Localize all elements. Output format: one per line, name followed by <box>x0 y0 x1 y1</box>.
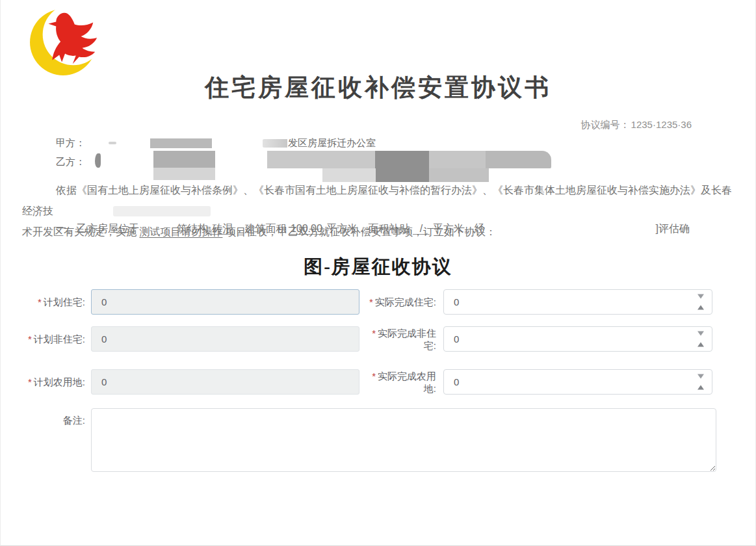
field-label: *实际完成非住宅: <box>362 327 436 352</box>
spinner-down-icon <box>697 331 704 345</box>
field-label: *计划农用地: <box>20 376 85 388</box>
paragraph-line-2: 术开发区有关规定，实施 测试项目请勿操作 项目征收，甲乙双方就征收补偿安置事项，… <box>22 222 735 242</box>
remarks-label: 备注: <box>20 408 85 472</box>
required-marker: * <box>38 296 42 307</box>
page-title: 住宅房屋征收补偿安置协议书 <box>1 72 755 104</box>
actual-non-residential-input[interactable] <box>443 326 712 352</box>
spinner-down-icon <box>697 374 704 388</box>
agreement-number-label: 协议编号： <box>581 119 630 130</box>
number-spinner <box>697 380 704 384</box>
required-marker: * <box>28 376 32 387</box>
party-a-name: 发区房屋拆迁办公室 <box>288 137 376 150</box>
plan-non-residential-input[interactable] <box>91 326 359 352</box>
redaction-block <box>95 153 101 168</box>
form-row-farmland: *计划农用地: *实际完成农用地: <box>1 369 755 395</box>
field-label: *计划非住宅: <box>20 333 85 345</box>
party-a-label: 甲方： <box>56 137 85 150</box>
legal-paragraph: 依据《国有土地上房屋征收与补偿条例》、《长春市国有土地上房屋征收与补偿的暂行办法… <box>22 180 735 242</box>
figure-caption: 图-房屋征收协议 <box>1 254 755 280</box>
actual-residential-input[interactable] <box>443 289 712 315</box>
remarks-textarea[interactable] <box>91 408 716 472</box>
paragraph-line-1: 依据《国有土地上房屋征收与补偿条例》、《长春市国有土地上房屋征收与补偿的暂行办法… <box>22 180 735 222</box>
required-marker: * <box>369 296 373 307</box>
phoenix-logo <box>27 4 106 75</box>
redaction-block <box>263 139 287 148</box>
party-b-row: 乙方： <box>56 151 673 182</box>
required-marker: * <box>372 328 376 339</box>
field-label: *实际完成农用地: <box>362 370 436 395</box>
redaction-block <box>267 151 551 168</box>
actual-farmland-input[interactable] <box>443 369 712 395</box>
form-row-residential: *计划住宅: *实际完成住宅: <box>1 289 755 315</box>
spinner-down-icon <box>697 294 704 308</box>
required-marker: * <box>28 333 32 344</box>
plan-farmland-input[interactable] <box>91 369 359 395</box>
remarks-row: 备注: <box>20 408 717 472</box>
number-spinner <box>697 337 704 341</box>
agreement-number: 协议编号：1235·1235·36 <box>581 119 692 131</box>
redaction-block <box>150 138 212 148</box>
project-name-underlined: 测试项目请勿操作 <box>139 226 222 237</box>
field-label: *计划住宅: <box>20 296 85 308</box>
form-row-non-residential: *计划非住宅: *实际完成非住宅: <box>1 326 755 352</box>
field-label: *实际完成住宅: <box>362 296 436 308</box>
agreement-page: 住宅房屋征收补偿安置协议书 协议编号：1235·1235·36 甲方：发区房屋拆… <box>0 0 756 546</box>
required-marker: * <box>372 370 376 382</box>
redaction-block <box>153 151 215 180</box>
number-spinner <box>697 300 704 304</box>
agreement-number-value: 1235·1235·36 <box>631 119 692 130</box>
party-b-label: 乙方： <box>56 156 85 168</box>
plan-residential-input[interactable] <box>91 289 359 315</box>
redaction-block <box>109 142 116 144</box>
